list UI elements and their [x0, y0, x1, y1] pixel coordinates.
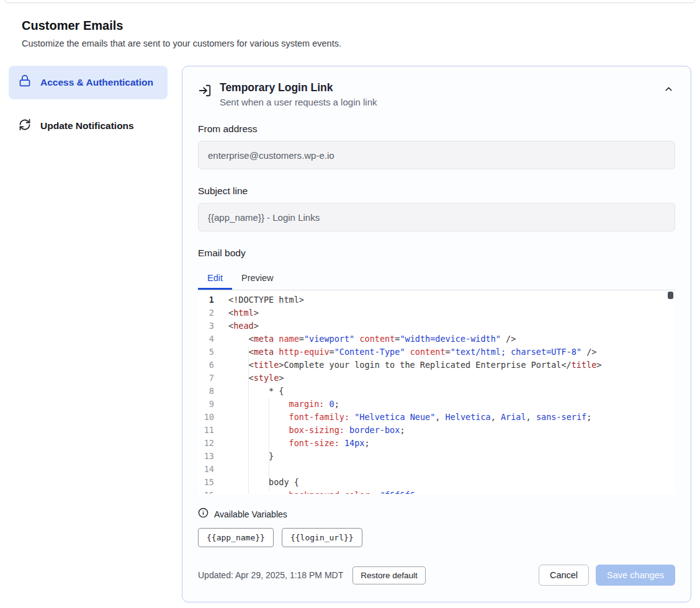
code-line[interactable]: 9 margin: 0; [198, 398, 675, 411]
sidebar-item-update-notifications[interactable]: Update Notifications [9, 110, 168, 143]
card-subtitle: Sent when a user requests a login link [220, 97, 377, 107]
code-line[interactable]: 14 [198, 463, 675, 476]
code-text: body { [214, 476, 299, 489]
line-number: 12 [198, 437, 214, 450]
from-address-input[interactable] [198, 141, 675, 169]
subject-line-label: Subject line [198, 186, 675, 197]
line-number: 1 [198, 293, 214, 306]
variable-chip-app-name[interactable]: {{app_name}} [198, 528, 274, 547]
info-icon[interactable] [198, 507, 209, 521]
email-types-sidebar: Access & Authentication Update Notificat… [9, 66, 168, 143]
editor-tabs: Edit Preview [198, 267, 675, 290]
code-line[interactable]: 2<html> [198, 306, 675, 320]
code-text: font-size: 14px; [214, 437, 370, 450]
email-body-editor[interactable]: 1<!DOCTYPE html>2<html>3<head>4 <meta na… [198, 290, 675, 494]
email-body-label: Email body [198, 248, 675, 259]
line-number: 7 [198, 372, 214, 385]
code-text: } [214, 450, 274, 463]
code-line[interactable]: 10 font-family: "Helvetica Neue", Helvet… [198, 411, 675, 424]
customer-emails-page: Customer Emails Customize the emails tha… [0, 19, 700, 602]
from-address-label: From address [198, 123, 675, 135]
line-number: 8 [198, 385, 214, 398]
line-number: 11 [198, 424, 214, 437]
line-number: 5 [198, 346, 214, 359]
code-text: <head> [214, 320, 259, 333]
indent-guide [269, 398, 269, 491]
page-subtitle: Customize the emails that are sent to yo… [22, 38, 691, 48]
temporary-login-link-card: Temporary Login Link Sent when a user re… [182, 66, 691, 602]
subject-line-input[interactable] [198, 203, 675, 231]
code-line[interactable]: 11 box-sizing: border-box; [198, 424, 675, 437]
code-text: box-sizing: border-box; [214, 424, 405, 437]
card-title: Temporary Login Link [220, 81, 377, 94]
line-number: 14 [198, 463, 214, 476]
code-text: <style> [214, 372, 284, 385]
sidebar-item-access-authentication[interactable]: Access & Authentication [9, 66, 168, 99]
line-number: 4 [198, 333, 214, 346]
code-line[interactable]: 16 background-color: #f6f6f6; [198, 489, 675, 494]
line-number: 3 [198, 320, 214, 333]
code-line[interactable]: 12 font-size: 14px; [198, 437, 675, 450]
line-number: 9 [198, 398, 214, 411]
collapse-section-button[interactable] [662, 81, 675, 99]
code-lines: 1<!DOCTYPE html>2<html>3<head>4 <meta na… [198, 293, 675, 494]
code-line[interactable]: 3<head> [198, 320, 675, 333]
code-line[interactable]: 6 <title>Complete your login to the Repl… [198, 359, 675, 372]
available-variables-row: Available Variables [198, 507, 675, 521]
code-text: * { [214, 385, 284, 398]
updated-timestamp: Updated: Apr 29, 2025, 1:18 PM MDT [198, 570, 343, 580]
line-number: 6 [198, 359, 214, 372]
line-number: 15 [198, 476, 214, 489]
code-text: <meta name="viewport" content="width=dev… [214, 333, 516, 346]
save-changes-button[interactable]: Save changes [596, 565, 675, 586]
login-icon [198, 84, 212, 100]
tab-preview[interactable]: Preview [232, 267, 283, 290]
code-line[interactable]: 13 } [198, 450, 675, 463]
page-title: Customer Emails [22, 19, 691, 33]
line-number: 2 [198, 306, 214, 320]
line-number: 13 [198, 450, 214, 463]
lock-icon [19, 74, 31, 91]
code-text: <title>Complete your login to the Replic… [214, 359, 602, 372]
code-line[interactable]: 8 * { [198, 385, 675, 398]
code-line[interactable]: 4 <meta name="viewport" content="width=d… [198, 333, 675, 346]
sidebar-item-label: Update Notifications [40, 120, 134, 133]
code-text [214, 463, 228, 476]
tab-edit[interactable]: Edit [198, 267, 232, 290]
card-footer: Updated: Apr 29, 2025, 1:18 PM MDT Resto… [198, 565, 675, 586]
code-text: <html> [214, 306, 259, 320]
variable-chips: {{app_name}} {{login_url}} [198, 528, 675, 547]
code-line[interactable]: 5 <meta http-equiv="Content-Type" conten… [198, 346, 675, 359]
code-text: <meta http-equiv="Content-Type" content=… [214, 346, 596, 359]
code-line[interactable]: 1<!DOCTYPE html> [198, 293, 675, 306]
card-header: Temporary Login Link Sent when a user re… [198, 81, 675, 107]
code-line[interactable]: 15 body { [198, 476, 675, 489]
previous-card-bottom-edge [5, 0, 695, 3]
variable-chip-login-url[interactable]: {{login_url}} [282, 528, 362, 547]
indent-guide [248, 346, 249, 494]
refresh-icon [19, 118, 31, 135]
chevron-up-icon [663, 87, 674, 96]
available-variables-label: Available Variables [214, 509, 287, 519]
code-text: <!DOCTYPE html> [214, 293, 304, 306]
code-line[interactable]: 7 <style> [198, 372, 675, 385]
cancel-button[interactable]: Cancel [539, 565, 589, 586]
sidebar-item-label: Access & Authentication [40, 76, 153, 89]
restore-default-button[interactable]: Restore default [352, 566, 426, 584]
code-text: margin: 0; [214, 398, 339, 411]
code-text: font-family: "Helvetica Neue", Helvetica… [214, 411, 591, 424]
editor-scrollbar-thumb[interactable] [668, 292, 673, 299]
code-text: background-color: #f6f6f6; [214, 489, 420, 494]
line-number: 16 [198, 489, 214, 494]
line-number: 10 [198, 411, 214, 424]
